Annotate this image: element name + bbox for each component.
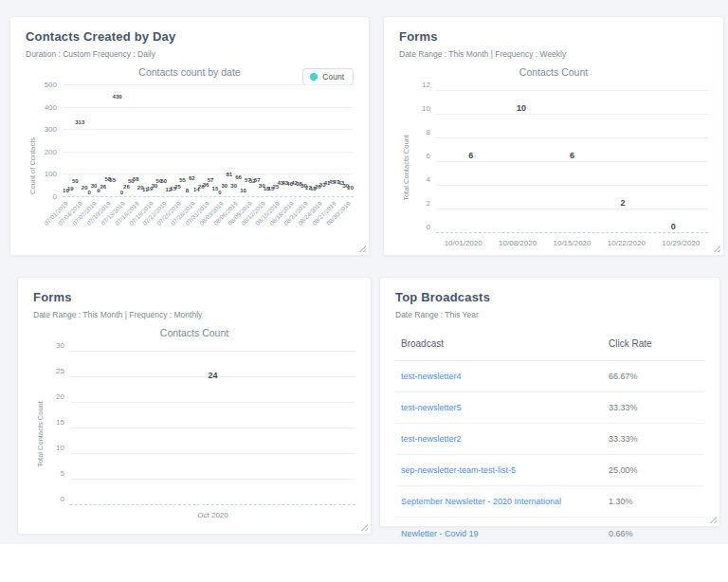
table-row: sep-newsletter-team-test-list-525.00% xyxy=(395,455,704,486)
bar-value-label: 62 xyxy=(189,175,195,181)
widget-subtitle: Date Range : This Month | Frequency : Mo… xyxy=(33,310,355,319)
widget-title: Contacts Created by Day xyxy=(26,29,354,44)
bar-value-label: 24 xyxy=(208,371,217,380)
table-row: test-newsletter466.67% xyxy=(395,361,704,392)
chart-legend[interactable]: Count xyxy=(302,68,354,85)
x-tick-label: 10/08/2020 xyxy=(499,239,537,247)
bar-value-label: 30 xyxy=(221,183,228,189)
bars-layer: 24 xyxy=(70,352,355,505)
y-tick-label: 8 xyxy=(427,128,430,136)
y-tick-label: 200 xyxy=(45,148,57,156)
y-tick-label: 2 xyxy=(427,199,430,208)
bar-value-label: 57 xyxy=(254,177,261,183)
y-axis: 051015202530 xyxy=(46,346,70,500)
chart-title: Contacts Count xyxy=(399,66,708,78)
legend-series-dot-icon xyxy=(310,73,318,81)
y-tick-label: 100 xyxy=(45,170,57,178)
y-tick-label: 0 xyxy=(53,192,57,201)
bar-value-label: 55 xyxy=(179,177,186,183)
widget-forms-weekly: Forms Date Range : This Month | Frequenc… xyxy=(383,16,724,256)
y-tick-label: 15 xyxy=(56,418,64,427)
broadcast-link[interactable]: test-newsletter4 xyxy=(401,372,609,381)
bar-value-label: 0 xyxy=(671,222,676,231)
y-axis-title: Count of Contacts xyxy=(27,137,36,194)
click-rate-value: 66.67% xyxy=(609,372,699,381)
x-axis-labels: 07/01/201907/04/201907/07/201907/10/2019… xyxy=(63,197,354,246)
resize-handle-icon[interactable] xyxy=(707,514,717,523)
broadcast-link[interactable]: September Newsletter - 2020 Internationa… xyxy=(401,497,609,506)
widget-contacts-created-by-day: Contacts Created by Day Duration : Custo… xyxy=(9,16,370,256)
widget-top-broadcasts: Top Broadcasts Date Range : This Year Br… xyxy=(379,277,720,527)
y-tick-label: 25 xyxy=(56,367,64,375)
resize-handle-icon[interactable] xyxy=(356,243,366,252)
widget-title: Top Broadcasts xyxy=(395,290,704,304)
y-tick-label: 4 xyxy=(427,175,430,184)
bar-value-label: 2 xyxy=(620,198,625,208)
resize-handle-icon[interactable] xyxy=(358,521,368,531)
forms-weekly-chart: Contacts Count Total Contacts Count 0246… xyxy=(399,66,708,250)
resize-handle-icon[interactable] xyxy=(711,243,720,252)
bar-value-label: 58 xyxy=(133,176,139,182)
widget-title: Forms xyxy=(33,290,355,304)
widget-subtitle: Date Range : This Month | Frequency : We… xyxy=(399,49,708,59)
bar-value-label: 66 xyxy=(235,174,242,180)
table-header: Broadcast Click Rate xyxy=(395,331,704,361)
broadcast-link[interactable]: Newletter - Covid 19 xyxy=(401,529,609,538)
click-rate-value: 25.00% xyxy=(609,465,699,475)
y-tick-label: 12 xyxy=(422,81,430,89)
bar-value-label: 30 xyxy=(230,183,237,189)
bar-value-label: 19 xyxy=(67,186,74,191)
broadcast-link[interactable]: test-newsletter2 xyxy=(401,434,609,444)
bar-value-label: 430 xyxy=(113,94,122,100)
y-tick-label: 20 xyxy=(56,392,64,401)
click-rate-value: 33.33% xyxy=(609,434,699,444)
y-tick-label: 10 xyxy=(422,104,430,113)
forms-monthly-chart: Contacts Count Total Contacts Count 0510… xyxy=(33,327,355,522)
dashboard-row-bottom: Forms Date Range : This Month | Frequenc… xyxy=(17,277,720,535)
y-tick-label: 0 xyxy=(427,223,430,231)
bar-value-label: 0 xyxy=(120,190,123,195)
y-tick-label: 6 xyxy=(427,152,430,160)
bar-value-label: 10 xyxy=(517,103,526,113)
y-tick-label: 5 xyxy=(61,469,64,478)
broadcasts-table: Broadcast Click Rate test-newsletter466.… xyxy=(395,331,704,549)
widget-subtitle: Date Range : This Year xyxy=(395,310,704,319)
click-rate-value: 33.33% xyxy=(609,403,699,412)
bar-value-label: 10 xyxy=(240,188,246,193)
bar-value-label: 57 xyxy=(208,177,214,183)
legend-series-label: Count xyxy=(322,72,344,82)
broadcast-link[interactable]: test-newsletter5 xyxy=(401,403,609,412)
bar-value-label: 20 xyxy=(347,185,354,191)
bar-value-label: 0 xyxy=(87,190,90,195)
widget-forms-monthly: Forms Date Range : This Month | Frequenc… xyxy=(17,277,372,535)
y-axis-title: Total Contacts Count xyxy=(401,135,410,201)
bar-value-label: 50 xyxy=(72,178,79,184)
table-row: test-newsletter533.33% xyxy=(395,392,704,424)
y-tick-label: 10 xyxy=(56,444,64,452)
table-row: September Newsletter - 2020 Internationa… xyxy=(395,486,704,518)
chart-title: Contacts Count xyxy=(33,327,355,338)
table-row: Newletter - Covid 190.66% xyxy=(395,518,704,549)
widget-subtitle: Duration : Custom Frequency : Daily xyxy=(26,49,354,59)
y-tick-label: 30 xyxy=(56,341,64,350)
bar-value-label: 313 xyxy=(75,119,84,125)
click-rate-value: 0.66% xyxy=(609,529,699,538)
plot-area: 610620 xyxy=(436,91,708,233)
x-axis-labels: 10/01/202010/08/202010/15/202010/22/2020… xyxy=(436,233,708,250)
plot-area: 24 xyxy=(70,352,355,505)
x-tick-label: 10/01/2020 xyxy=(445,239,482,247)
x-tick-label: 10/15/2020 xyxy=(553,239,591,247)
y-tick-label: 0 xyxy=(61,495,64,503)
contacts-count-by-date-chart: Contacts count by date Count of Contacts… xyxy=(26,66,354,246)
broadcast-link[interactable]: sep-newsletter-team-test-list-5 xyxy=(401,465,609,475)
bar-value-label: 6 xyxy=(468,151,473,160)
dashboard: Contacts Created by Day Duration : Custo… xyxy=(0,0,728,544)
y-axis-title: Total Contacts Count xyxy=(35,401,44,467)
bars-layer: 1019503132003092658554300265058201119305… xyxy=(63,85,354,197)
y-tick-label: 400 xyxy=(45,103,57,112)
table-row: test-newsletter233.33% xyxy=(395,424,704,455)
x-tick-label: 10/22/2020 xyxy=(608,239,646,247)
bars-layer: 610620 xyxy=(436,91,708,233)
bar-value-label: 50 xyxy=(160,178,167,184)
column-header-broadcast: Broadcast xyxy=(401,338,609,349)
